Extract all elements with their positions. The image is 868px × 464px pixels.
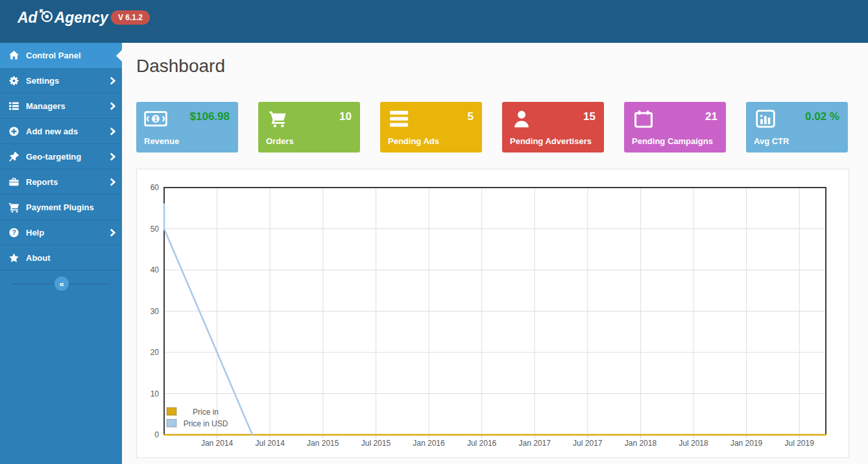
chart-legend: Price inPrice in USD [167, 408, 228, 428]
pin-icon [8, 151, 19, 162]
chevron-right-icon [110, 127, 115, 136]
sidebar-item-label: Reports [26, 177, 58, 187]
y-axis-tick-label: 50 [151, 225, 160, 234]
sidebar-item-label: Managers [26, 101, 66, 111]
calendar-icon [632, 110, 655, 128]
logo-text-prefix: Ad [18, 9, 38, 27]
y-axis-tick-label: 40 [151, 265, 160, 275]
sidebar-item-reports[interactable]: Reports [0, 169, 122, 195]
sidebar-collapse-row: « [0, 284, 122, 284]
y-axis-tick-label: 10 [151, 389, 160, 398]
legend-label: Price in [193, 408, 219, 417]
x-axis-tick-label: Jul 2016 [467, 439, 497, 448]
banknote-icon: 1 [144, 110, 167, 128]
sidebar-item-label: Geo-targeting [26, 152, 81, 162]
sidebar-item-control-panel[interactable]: Control Panel [0, 43, 122, 68]
svg-text:1: 1 [154, 115, 158, 123]
stat-label: Avg CTR [754, 136, 789, 146]
plus-circle-icon [8, 126, 19, 137]
x-axis-tick-label: Jan 2019 [730, 439, 763, 448]
app-header: Ad Agency V 6.1.2 [0, 0, 868, 43]
svg-text:?: ? [12, 229, 16, 236]
sidebar-item-label: Help [26, 228, 44, 238]
stat-value: 15 [583, 110, 596, 123]
legend-label: Price in USD [184, 419, 228, 428]
home-icon [8, 50, 19, 61]
sidebar-item-about[interactable]: About [0, 245, 122, 271]
app-logo[interactable]: Ad Agency [18, 8, 108, 27]
user-icon [510, 110, 533, 128]
x-axis-tick-label: Jul 2015 [361, 439, 391, 448]
stat-value: 10 [339, 110, 352, 123]
stat-label: Pending Advertisers [510, 136, 592, 146]
gear-icon [8, 75, 19, 86]
stat-card-orders[interactable]: 10 Orders [258, 102, 360, 153]
y-axis-tick-label: 30 [151, 307, 160, 316]
stat-card-pending-advertisers[interactable]: 15 Pending Advertisers [502, 102, 604, 153]
x-axis-tick-label: Jul 2018 [679, 439, 708, 448]
sidebar-item-label: Settings [26, 76, 59, 86]
stat-label: Pending Campaigns [632, 136, 713, 146]
stat-label: Orders [266, 136, 294, 146]
legend-item[interactable]: Price in [167, 408, 219, 417]
sidebar-item-payment-plugins[interactable]: Payment Plugins [0, 195, 122, 220]
cart-icon [266, 110, 289, 128]
stat-card-pending-ads[interactable]: 5 Pending Ads [380, 102, 482, 153]
cart-icon [8, 202, 19, 213]
star-icon [8, 252, 19, 263]
logo-text-suffix: Agency [54, 9, 108, 27]
stat-cards-row: 1 $106.98 Revenue 10 Orders 5 Pending Ad… [136, 102, 848, 153]
stat-value: 21 [705, 110, 717, 123]
series-line-1 [164, 204, 252, 435]
sidebar-item-label: Control Panel [26, 51, 81, 60]
legend-swatch [167, 408, 176, 415]
chevron-right-icon [110, 153, 115, 161]
stat-card-pending-campaigns[interactable]: 21 Pending Campaigns [624, 102, 726, 153]
version-badge: V 6.1.2 [111, 10, 150, 25]
stat-card-avg-ctr[interactable]: 0.02 % Avg CTR [746, 102, 848, 153]
legend-swatch [167, 419, 176, 427]
sidebar-collapse-button[interactable]: « [54, 276, 69, 291]
page-title: Dashboard [136, 56, 225, 77]
sidebar-item-help[interactable]: ? Help [0, 220, 122, 245]
question-circle-icon: ? [8, 227, 19, 238]
price-line-chart-panel: 0102030405060Jan 2014Jul 2014Jan 2015Jul… [136, 169, 849, 458]
x-axis-tick-label: Jan 2017 [519, 439, 551, 448]
list-icon [8, 101, 19, 112]
target-icon [38, 8, 54, 27]
sidebar-item-settings[interactable]: Settings [0, 68, 122, 93]
main-content: Dashboard 1 $106.98 Revenue 10 Orders 5 … [122, 43, 868, 464]
stat-card-revenue[interactable]: 1 $106.98 Revenue [136, 102, 238, 153]
sidebar-item-managers[interactable]: Managers [0, 93, 122, 119]
sidebar-item-geo-targeting[interactable]: Geo-targeting [0, 144, 122, 169]
bar-chart-icon [754, 110, 777, 128]
sidebar-item-label: About [26, 253, 51, 263]
stat-value: 5 [468, 110, 474, 123]
stat-value: 0.02 % [805, 110, 839, 123]
sidebar-item-add-new-ads[interactable]: Add new ads [0, 119, 122, 144]
x-axis-tick-label: Jan 2014 [201, 439, 234, 448]
sidebar-item-label: Add new ads [26, 127, 78, 136]
x-axis-tick-label: Jul 2014 [256, 439, 285, 448]
y-axis-tick-label: 60 [151, 183, 160, 192]
stat-label: Revenue [144, 136, 179, 146]
briefcase-icon [8, 177, 19, 188]
line-chart: 0102030405060Jan 2014Jul 2014Jan 2015Jul… [137, 169, 849, 458]
chevron-right-icon [110, 228, 115, 237]
sidebar-item-label: Payment Plugins [26, 202, 94, 212]
stat-label: Pending Ads [388, 136, 439, 146]
x-axis-tick-label: Jan 2016 [413, 439, 445, 448]
chevron-right-icon [110, 77, 115, 85]
y-axis-tick-label: 0 [154, 430, 159, 439]
y-axis-tick-label: 20 [151, 348, 160, 357]
x-axis-tick-label: Jan 2015 [307, 439, 339, 448]
chevron-right-icon [110, 102, 115, 110]
sidebar: Control Panel Settings Managers Add new … [0, 43, 122, 464]
stat-value: $106.98 [190, 110, 230, 123]
x-axis-tick-label: Jul 2019 [785, 439, 815, 448]
x-axis-tick-label: Jan 2018 [625, 439, 657, 448]
legend-item[interactable]: Price in USD [167, 419, 228, 428]
chevron-right-icon [110, 178, 115, 186]
bars-icon [388, 110, 411, 128]
x-axis-tick-label: Jul 2017 [573, 439, 603, 448]
